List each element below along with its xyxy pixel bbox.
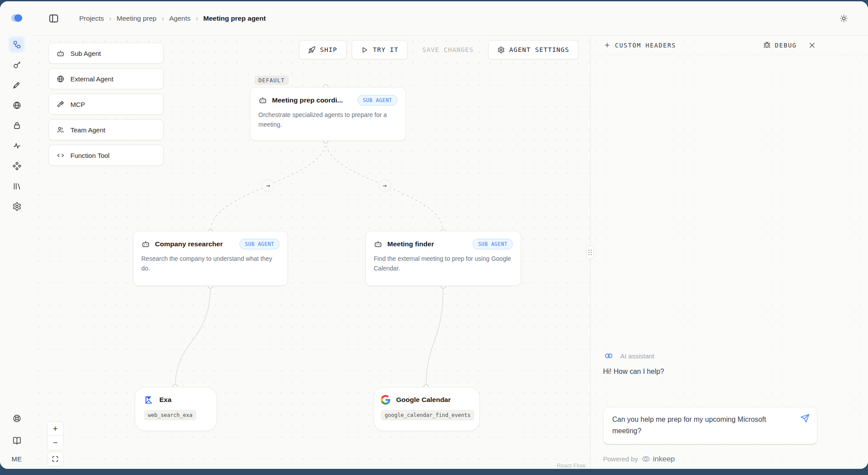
scribble-icon (12, 80, 22, 90)
zoom-in-button[interactable]: + (47, 421, 63, 436)
chat-panel-header: CUSTOM HEADERS DEBUG (591, 36, 868, 55)
chat-input-value[interactable]: Can you help me prep for my upcoming Mic… (612, 414, 795, 437)
sub-agent-badge: SUB AGENT (357, 95, 397, 106)
sidebar-item-graph[interactable] (10, 37, 24, 51)
play-icon (361, 46, 368, 54)
sidebar-item-external[interactable] (10, 98, 24, 112)
gear-icon (497, 46, 505, 54)
node-company-researcher[interactable]: Company researcher SUB AGENT Research th… (133, 231, 288, 286)
life-buoy-icon (12, 414, 22, 423)
sidebar-item-api-keys[interactable] (10, 58, 24, 72)
sidebar-item-library[interactable] (10, 179, 24, 193)
theme-toggle-sun-icon[interactable] (839, 14, 849, 23)
react-flow-attribution[interactable]: React Flow (557, 462, 585, 469)
docs-button[interactable] (10, 433, 24, 447)
edge-arrow-icon: → (262, 179, 274, 192)
sidebar-item-security[interactable] (10, 118, 24, 132)
app-window: ME Projects › Meeting prep › Agents › Me… (0, 1, 868, 469)
library-icon (12, 182, 22, 191)
save-changes-button[interactable]: SAVE CHANGES (413, 40, 483, 59)
breadcrumb-agents[interactable]: Agents (169, 15, 190, 22)
tool-node-title: Google Calendar (396, 396, 451, 404)
debug-button[interactable]: DEBUG (763, 41, 797, 49)
palette-item-external-agent[interactable]: External Agent (48, 68, 164, 89)
ship-button[interactable]: SHIP (299, 40, 346, 59)
node-description: Research the company to understand what … (141, 254, 280, 273)
plus-icon (604, 42, 611, 48)
activity-icon (12, 141, 22, 150)
tool-name-chip: google_calendar_find_events (381, 410, 474, 420)
breadcrumb-projects[interactable]: Projects (79, 15, 104, 22)
powered-by-label: Powered by (603, 455, 638, 463)
palette-item-label: MCP (70, 101, 85, 108)
top-header: Projects › Meeting prep › Agents › Meeti… (33, 1, 868, 36)
node-description: Find the external meeting to prep for us… (374, 254, 513, 273)
grip-dots-icon (588, 250, 592, 256)
node-description: Orchestrate specialized agents to prepar… (258, 110, 397, 129)
assistant-label: AI assistant (620, 352, 655, 360)
breadcrumb: Projects › Meeting prep › Agents › Meeti… (79, 15, 266, 22)
breadcrumb-project[interactable]: Meeting prep (117, 15, 156, 22)
book-icon (12, 436, 22, 445)
inkeep-logo (9, 12, 25, 24)
zoom-out-button[interactable]: − (47, 436, 63, 450)
tool-node-title: Exa (159, 396, 172, 404)
close-icon[interactable] (808, 41, 816, 49)
node-google-calendar-tool[interactable]: Google Calendar google_calendar_find_eve… (373, 387, 480, 431)
panel-resize-handle[interactable] (586, 246, 594, 259)
palette-item-mcp[interactable]: MCP (48, 94, 164, 115)
send-icon[interactable] (800, 413, 810, 423)
palette-item-team-agent[interactable]: Team Agent (48, 119, 164, 140)
sidebar-rail: ME (0, 1, 33, 469)
inkeep-assistant-icon (603, 350, 614, 362)
node-meeting-prep-coordinator[interactable]: Meeting prep coordi... SUB AGENT Orchest… (250, 87, 406, 141)
bot-icon (141, 240, 150, 248)
agent-settings-button[interactable]: AGENT SETTINGS (488, 40, 578, 59)
bot-icon (374, 240, 383, 248)
sub-agent-badge: SUB AGENT (473, 239, 513, 249)
flow-canvas[interactable]: → → Sub Agent External Agent MCP (33, 36, 590, 469)
fit-view-button[interactable] (47, 452, 63, 466)
ship-label: SHIP (320, 46, 337, 53)
palette-item-sub-agent[interactable]: Sub Agent (48, 43, 164, 64)
node-palette: Sub Agent External Agent MCP Team Agent (48, 43, 164, 166)
sidebar-item-components[interactable] (10, 159, 24, 173)
save-changes-label: SAVE CHANGES (422, 46, 474, 53)
chat-input[interactable]: Can you help me prep for my upcoming Mic… (603, 407, 817, 445)
agent-settings-label: AGENT SETTINGS (509, 46, 569, 53)
assistant-header: AI assistant (603, 350, 655, 362)
default-chip: DEFAULT (254, 76, 289, 85)
breadcrumb-separator: › (109, 15, 111, 22)
node-title: Meeting prep coordi... (272, 96, 353, 104)
try-it-button[interactable]: TRY IT (352, 40, 408, 59)
node-meeting-finder[interactable]: Meeting finder SUB AGENT Find the extern… (365, 231, 521, 286)
code-icon (56, 151, 65, 160)
sidebar-item-credentials[interactable] (10, 78, 24, 92)
custom-headers-button[interactable]: CUSTOM HEADERS (604, 42, 676, 49)
user-avatar[interactable]: ME (11, 455, 22, 463)
inkeep-logo-gray-icon (641, 454, 651, 464)
hammer-icon (56, 100, 65, 109)
globe-icon (56, 75, 65, 83)
help-button[interactable] (10, 411, 24, 425)
node-exa-tool[interactable]: Exa web_search_exa (135, 387, 217, 431)
gear-icon (12, 202, 22, 211)
breadcrumb-separator: › (162, 15, 164, 22)
sidebar-item-settings[interactable] (10, 199, 24, 213)
try-it-label: TRY IT (373, 46, 398, 53)
powered-by[interactable]: Powered by inkeep (603, 454, 675, 464)
graph-icon (12, 40, 22, 49)
node-title: Meeting finder (387, 240, 468, 248)
google-logo-icon (381, 395, 390, 405)
globe-icon (12, 101, 22, 110)
custom-headers-label: CUSTOM HEADERS (615, 42, 676, 49)
sidebar-item-activity[interactable] (10, 139, 24, 153)
debug-label: DEBUG (775, 42, 797, 49)
sidebar-toggle-icon[interactable] (48, 13, 59, 24)
exa-logo-icon (144, 395, 154, 405)
sidebar-nav (10, 37, 24, 213)
palette-item-function-tool[interactable]: Function Tool (48, 145, 164, 166)
palette-item-label: Sub Agent (70, 50, 101, 57)
edge-arrow-icon: → (379, 179, 391, 192)
sub-agent-badge: SUB AGENT (239, 239, 280, 249)
